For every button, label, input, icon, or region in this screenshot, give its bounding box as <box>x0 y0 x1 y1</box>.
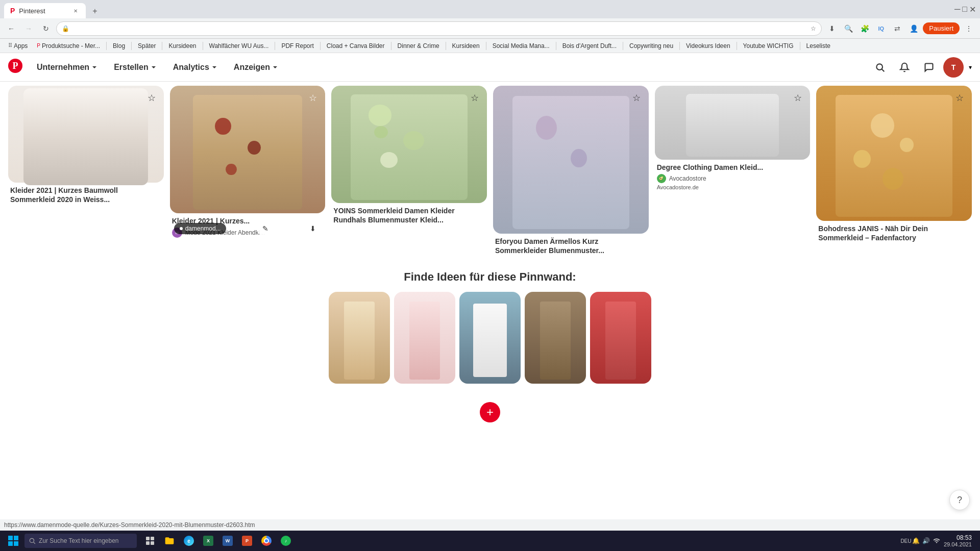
edge-button[interactable]: e <box>180 532 198 550</box>
close-btn[interactable]: ✕ <box>969 5 976 14</box>
powerpoint-button[interactable]: P <box>238 532 256 550</box>
bookmark-bois[interactable]: Bois d'Argent Duft... <box>558 41 621 51</box>
search-button[interactable] <box>870 57 890 78</box>
back-button[interactable]: ← <box>4 21 18 36</box>
download-icon[interactable]: ⬇ <box>825 21 839 36</box>
system-clock[interactable]: 08:53 29.04.2021 <box>944 534 972 547</box>
bookmark-produktsuche[interactable]: P Produktsuche - Mer... <box>33 41 104 51</box>
pin-card-1[interactable]: Kleider 2021 | Kurzes Baumwoll Sommerkle… <box>8 86 164 207</box>
idea-card-4[interactable] <box>525 292 586 384</box>
minimize-btn[interactable]: ─ <box>954 5 960 14</box>
excel-button[interactable]: X <box>199 532 217 550</box>
bookmark-wahlfächer[interactable]: Wahlfächer WU Aus... <box>205 41 273 51</box>
zoom-icon[interactable]: 🔍 <box>841 21 855 36</box>
extensions-icon[interactable]: 🧩 <box>857 21 872 36</box>
source-text: Avocadostore <box>669 175 706 182</box>
add-more-button[interactable]: + <box>480 402 500 422</box>
maximize-btn[interactable]: □ <box>962 5 967 14</box>
bookmark-youtube[interactable]: Youtube WICHTIG <box>739 41 798 51</box>
save-star-button[interactable]: ☆ <box>143 90 160 106</box>
pin-card-6[interactable]: Bohodress JANIS - Näh Dir Dein Sommerkle… <box>816 86 972 245</box>
spotify-button[interactable]: ♪ <box>277 532 295 550</box>
profile-icon[interactable]: 👤 <box>906 21 921 36</box>
pin-card-4[interactable]: Eforyou Damen Ärmellos Kurz Sommerkleide… <box>493 86 649 258</box>
bookmark-label: Social Media Mana... <box>493 42 550 49</box>
bookmark-leseliste[interactable]: Leseliste <box>802 41 835 51</box>
nav-erstellen[interactable]: Erstellen <box>108 59 163 76</box>
taskview-button[interactable] <box>141 532 159 550</box>
bookmark-dinner[interactable]: Dinner & Crime <box>394 41 444 51</box>
user-avatar[interactable]: T <box>943 57 964 78</box>
separator <box>131 42 132 50</box>
language-indicator[interactable]: DEU <box>902 537 910 545</box>
nav-anzeigen[interactable]: Anzeigen <box>228 59 284 76</box>
bookmark-blog[interactable]: Blog <box>109 41 129 51</box>
tab-close-btn[interactable]: ✕ <box>71 7 80 15</box>
nav-label: Erstellen <box>114 63 149 72</box>
pin-grid: Kleider 2021 | Kurzes Baumwoll Sommerkle… <box>0 82 980 262</box>
profile-button[interactable]: Pausiert <box>923 22 960 34</box>
pin-card-2[interactable]: damenmod... ✎ ⬇ Kleider 2021 | Kurzes...… <box>170 86 326 241</box>
bookmark-copywriting[interactable]: Copywriting neu <box>625 41 677 51</box>
volume-icon[interactable]: 🔊 <box>922 537 930 545</box>
network-icon[interactable] <box>933 537 941 545</box>
iq-icon[interactable]: IQ <box>874 21 888 36</box>
save-star-button[interactable]: ☆ <box>790 90 806 106</box>
forward-button[interactable]: → <box>21 21 36 36</box>
bookmark-star[interactable]: ☆ <box>811 25 816 32</box>
avatar-chevron[interactable]: ▾ <box>969 64 972 71</box>
reload-button[interactable]: ↻ <box>39 21 53 36</box>
bookmark-canva[interactable]: Cload + Canva Bilder <box>323 41 389 51</box>
sync-icon[interactable]: ⇄ <box>890 21 904 36</box>
address-bar[interactable]: 🔒 pinterest.at/tobiasbecker061199/kurze-… <box>56 21 822 36</box>
bookmark-social[interactable]: Social Media Mana... <box>488 41 554 51</box>
notification-icon[interactable]: 🔔 <box>912 537 920 545</box>
save-pin-icon[interactable]: ⬇ <box>305 220 321 237</box>
separator <box>320 42 321 50</box>
taskview-icon <box>145 536 155 545</box>
nav-unternehmen[interactable]: Unternehmen <box>31 59 104 76</box>
save-star-button[interactable]: ☆ <box>628 90 645 106</box>
bookmark-später[interactable]: Später <box>134 41 160 51</box>
word-icon: W <box>223 536 233 546</box>
nav-label: Unternehmen <box>37 63 89 72</box>
word-button[interactable]: W <box>218 532 237 550</box>
bookmark-label: Apps <box>14 42 28 49</box>
notifications-button[interactable] <box>894 57 915 78</box>
edit-pin-icon[interactable]: ✎ <box>257 220 274 237</box>
bookmark-label: PDF Report <box>281 42 313 49</box>
bookmark-pdf[interactable]: PDF Report <box>277 41 317 51</box>
menu-icon[interactable]: ⋮ <box>962 21 976 36</box>
pin-card-5[interactable]: Degree Clothing Damen Kleid... 🥑 Avocado… <box>655 86 811 193</box>
bookmark-videokurs[interactable]: Videokurs Ideen <box>682 41 734 51</box>
bookmark-kursideen2[interactable]: Kursideen <box>448 41 484 51</box>
messages-button[interactable] <box>919 57 939 78</box>
svg-rect-13 <box>146 541 150 545</box>
content-area[interactable]: Kleider 2021 | Kurzes Baumwoll Sommerkle… <box>0 82 980 519</box>
nav-analytics[interactable]: Analytics <box>167 59 224 76</box>
bookmark-kursideen1[interactable]: Kursideen <box>164 41 200 51</box>
pin-source-label[interactable]: damenmod... <box>174 223 226 234</box>
idea-card-1[interactable] <box>329 292 390 384</box>
search-icon <box>29 537 36 544</box>
bookmark-label: Später <box>138 42 156 49</box>
url-input[interactable]: pinterest.at/tobiasbecker061199/kurze-so… <box>71 24 811 32</box>
save-star-button[interactable]: ☆ <box>467 90 483 106</box>
bookmark-apps[interactable]: ⠿ Apps <box>4 41 32 51</box>
help-button[interactable]: ? <box>949 490 970 510</box>
taskbar-search[interactable]: Zur Suche Text hier eingeben <box>24 534 137 548</box>
idea-card-3[interactable] <box>459 292 521 384</box>
idea-card-5[interactable] <box>590 292 651 384</box>
save-star-button[interactable]: ☆ <box>951 90 968 106</box>
idea-card-2[interactable] <box>394 292 455 384</box>
separator <box>623 42 623 50</box>
bookmark-label: Videokurs Ideen <box>686 42 730 49</box>
active-tab[interactable]: P Pinterest ✕ <box>4 3 86 18</box>
pinterest-logo[interactable]: P <box>8 59 22 76</box>
save-star-button[interactable]: ☆ <box>305 90 321 106</box>
pin-card-3[interactable]: YOINS Sommerkleid Damen Kleider Rundhals… <box>331 86 487 228</box>
file-explorer-button[interactable] <box>160 532 179 550</box>
start-button[interactable] <box>4 532 22 550</box>
new-tab-button[interactable]: + <box>88 4 102 18</box>
chrome-button[interactable] <box>257 532 276 550</box>
